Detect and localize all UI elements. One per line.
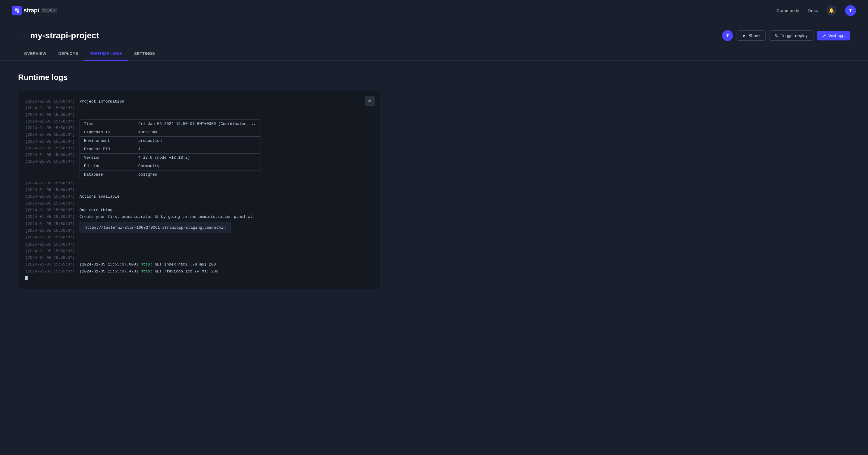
trigger-icon: ↻ [775, 33, 778, 38]
log-timestamp: [2024-01-05 15:50:07] [25, 214, 75, 220]
community-link[interactable]: Community [776, 8, 799, 13]
notifications-button[interactable]: 🔔 [827, 5, 837, 16]
header-actions: T ➤ Share ↻ Trigger deploy ↗ Visit app [722, 30, 850, 41]
share-button[interactable]: ➤ Share [737, 30, 765, 41]
table-val: 1 [134, 145, 145, 153]
back-button[interactable]: ← [18, 32, 24, 39]
table-row: Launched in 10657 ms [80, 128, 260, 137]
log-content: One more thing... [80, 207, 120, 214]
user-avatar-button[interactable]: T [845, 5, 856, 16]
cursor: █ [25, 275, 28, 282]
table-val: Community [134, 162, 164, 170]
table-val: 10657 ms [134, 128, 161, 136]
log-timestamp: [2024-01-05 15:50:07] [25, 193, 75, 200]
copy-icon: ⧉ [368, 99, 371, 104]
log-line-http1: [2024-01-05 15:55:07] [2024-01-05 15:55:… [25, 261, 373, 268]
log-timestamp: [2024-01-05 15:50:07] [25, 248, 75, 255]
admin-url-box: https://tasteful-star-10032f0061.strapia… [80, 222, 231, 233]
table-val: production [134, 137, 166, 145]
log-timestamp: [2024-01-05 15:50:07] [25, 118, 75, 125]
tabs-bar: OVERVIEW DEPLOYS RUNTIME LOGS SETTINGS [0, 47, 868, 61]
log-timestamp: [2024-01-05 15:50:07] [25, 234, 75, 241]
http-keyword: http [141, 262, 150, 267]
tab-deploys[interactable]: DEPLOYS [53, 47, 84, 61]
log-line: [2024-01-05 15:50:07] [25, 248, 373, 255]
main-content: Runtime logs ⧉ [2024-01-05 15:50:07] Pro… [0, 61, 868, 301]
tab-runtime-logs[interactable]: RUNTIME LOGS [84, 47, 128, 61]
share-icon: ➤ [742, 33, 746, 38]
log-timestamp: [2024-01-05 15:50:07] [25, 200, 75, 207]
log-timestamp: [2024-01-05 15:55:07] [25, 261, 75, 268]
log-line: [2024-01-05 15:50:07] Project informatio… [25, 98, 373, 105]
trigger-deploy-button[interactable]: ↻ Trigger deploy [769, 30, 813, 41]
log-timestamp: [2024-01-05 15:50:07] [25, 227, 75, 234]
trigger-label: Trigger deploy [781, 33, 808, 38]
log-cursor-line: █ [25, 275, 373, 282]
table-key: Environment [80, 137, 134, 145]
table-row: Edition Community [80, 162, 260, 170]
tab-overview[interactable]: OVERVIEW [18, 47, 53, 61]
visit-label: Visit app [829, 33, 844, 38]
log-timestamp: [2024-01-05 15:50:07] [25, 139, 75, 145]
log-content: Create your first administrator 🖥 by goi… [80, 214, 255, 220]
log-timestamp: [2024-01-05 15:50:07] [25, 98, 75, 105]
log-timestamp: [2024-01-05 15:55:07] [25, 268, 75, 275]
log-line: [2024-01-05 15:50:07] Actions available [25, 193, 373, 200]
project-avatar: T [722, 30, 733, 41]
url-timestamps: [2024-01-05 15:50:07] [2024-01-05 15:50:… [25, 221, 75, 241]
share-label: Share [748, 33, 760, 38]
table-key: Launched in [80, 128, 134, 136]
external-link-icon: ↗ [823, 33, 826, 38]
table-row: Version 4.13.6 (node v18.18.2) [80, 153, 260, 162]
table-key: Edition [80, 162, 134, 170]
log-timestamp: [2024-01-05 15:50:07] [25, 159, 75, 165]
table-val: Fri Jan 05 2024 15:50:07 GMT+0000 (Coord… [134, 120, 260, 128]
docs-link[interactable]: Docs [808, 8, 818, 13]
table-row: Database postgres [80, 170, 260, 179]
log-timestamp: [2024-01-05 15:50:07] [25, 187, 75, 193]
log-line: [2024-01-05 15:50:07] Create your first … [25, 214, 373, 220]
log-content: [2024-01-05 15:55:07.000] http: GET inde… [80, 261, 216, 268]
log-content: Project information [80, 98, 124, 105]
navbar-left: strapi CLOUD [12, 6, 57, 16]
log-timestamp: [2024-01-05 15:50:07] [25, 112, 75, 118]
log-timestamp: [2024-01-05 15:50:07] [25, 125, 75, 132]
log-timestamp: [2024-01-05 15:50:07] [25, 180, 75, 187]
table-key: Database [80, 170, 134, 179]
visit-app-button[interactable]: ↗ Visit app [817, 31, 850, 40]
log-line: [2024-01-05 15:50:07] [25, 200, 373, 207]
log-timestamp: [2024-01-05 15:50:07] [25, 132, 75, 138]
log-line-http2: [2024-01-05 15:55:07] [2024-01-05 15:55:… [25, 268, 373, 275]
project-header: ← my-strapi-project T ➤ Share ↻ Trigger … [0, 21, 868, 47]
log-timestamp: [2024-01-05 15:50:07] [25, 207, 75, 214]
copy-button[interactable]: ⧉ [365, 96, 375, 106]
table-key: Process PID [80, 145, 134, 153]
strapi-logo: strapi CLOUD [12, 6, 57, 16]
page-title: Runtime logs [18, 73, 850, 82]
project-title-area: ← my-strapi-project [18, 31, 99, 40]
navbar-right: Community Docs 🔔 T [776, 5, 856, 16]
table-val: 4.13.6 (node v18.18.2) [134, 153, 194, 162]
table-row: Time Fri Jan 05 2024 15:50:07 GMT+0000 (… [80, 120, 260, 128]
log-line: [2024-01-05 15:50:07] [25, 241, 373, 248]
log-line: [2024-01-05 15:50:07] [25, 255, 373, 261]
table-key: Version [80, 153, 134, 162]
log-container: ⧉ [2024-01-05 15:50:07] Project informat… [18, 91, 380, 289]
navbar: strapi CLOUD Community Docs 🔔 T [0, 0, 868, 21]
log-timestamp: [2024-01-05 15:50:07] [25, 145, 75, 152]
log-timestamp: [2024-01-05 15:50:07] [25, 105, 75, 112]
log-content: [2024-01-05 15:55:07.473] http: GET /fav… [80, 268, 218, 275]
logo-text: strapi [24, 7, 39, 14]
cloud-badge: CLOUD [41, 8, 57, 13]
tab-settings[interactable]: SETTINGS [128, 47, 161, 61]
table-row: Process PID 1 [80, 145, 260, 153]
table-row: Environment production [80, 137, 260, 145]
log-timestamp: [2024-01-05 15:50:07] [25, 152, 75, 159]
log-timestamp: [2024-01-05 15:50:07] [25, 255, 75, 261]
log-timestamp: [2024-01-05 15:50:07] [25, 241, 75, 248]
project-info-table: Time Fri Jan 05 2024 15:50:07 GMT+0000 (… [80, 119, 260, 179]
table-timestamps: [2024-01-05 15:50:07] [2024-01-05 15:50:… [25, 118, 75, 165]
http-keyword: http [141, 269, 150, 274]
log-line: [2024-01-05 15:50:07] [25, 187, 373, 193]
log-line: [2024-01-05 15:50:07] One more thing... [25, 207, 373, 214]
